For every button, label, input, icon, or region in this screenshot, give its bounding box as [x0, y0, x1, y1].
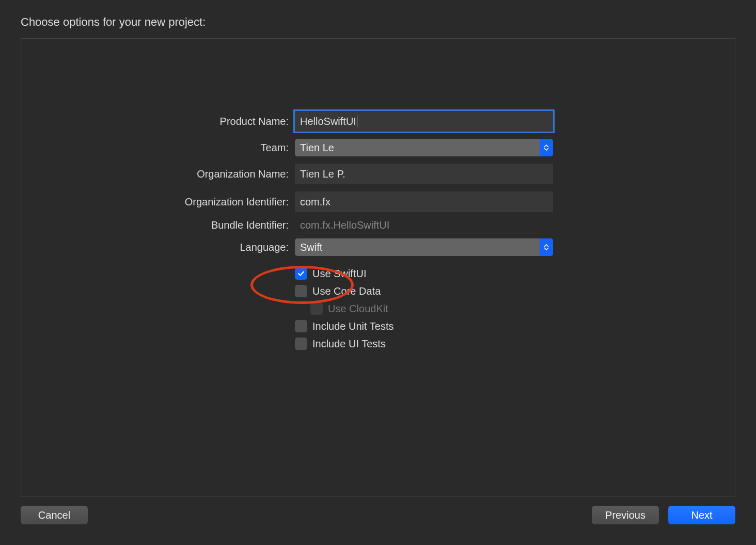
use-core-data-label: Use Core Data	[312, 285, 381, 297]
label-language: Language:	[52, 242, 295, 253]
use-cloudkit-label: Use CloudKit	[328, 303, 388, 315]
text-cursor-icon	[357, 116, 357, 127]
row-product-name: Product Name: HelloSwiftUI	[52, 111, 704, 132]
form-panel: Product Name: HelloSwiftUI Team: Tien Le…	[21, 38, 735, 496]
row-language: Language: Swift	[52, 238, 704, 256]
use-swiftui-label: Use SwiftUI	[312, 268, 366, 280]
label-org-name: Organization Name:	[52, 168, 295, 180]
row-use-cloudkit: Use CloudKit	[52, 302, 704, 315]
use-core-data-checkbox[interactable]	[295, 285, 307, 297]
language-select[interactable]: Swift	[295, 238, 553, 256]
use-cloudkit-checkbox	[310, 302, 323, 315]
next-button[interactable]: Next	[668, 506, 735, 524]
row-org-name: Organization Name:	[52, 164, 704, 184]
up-down-arrows-icon	[540, 238, 553, 256]
row-team: Team: Tien Le	[52, 139, 704, 156]
use-swiftui-checkbox[interactable]	[295, 267, 307, 280]
row-use-swiftui: Use SwiftUI	[52, 267, 704, 280]
product-name-input[interactable]: HelloSwiftUI	[295, 111, 553, 132]
label-org-identifier: Organization Identifier:	[52, 196, 295, 208]
label-product-name: Product Name:	[52, 116, 295, 127]
include-ui-tests-label: Include UI Tests	[312, 338, 386, 350]
row-include-ui-tests: Include UI Tests	[52, 338, 704, 350]
label-team: Team:	[52, 142, 295, 154]
include-unit-tests-checkbox[interactable]	[295, 320, 307, 332]
up-down-arrows-icon	[540, 139, 553, 156]
cancel-button[interactable]: Cancel	[21, 506, 88, 524]
bundle-identifier-value: com.fx.HelloSwiftUI	[295, 219, 389, 231]
row-org-identifier: Organization Identifier:	[52, 191, 704, 212]
team-select[interactable]: Tien Le	[295, 139, 553, 156]
new-project-options-dialog: Choose options for your new project: Pro…	[0, 0, 756, 545]
row-bundle-identifier: Bundle Identifier: com.fx.HelloSwiftUI	[52, 219, 704, 231]
dialog-title: Choose options for your new project:	[21, 15, 735, 29]
include-unit-tests-label: Include Unit Tests	[312, 320, 394, 332]
button-bar: Cancel Previous Next	[21, 506, 735, 524]
include-ui-tests-checkbox[interactable]	[295, 338, 307, 350]
org-name-input[interactable]	[295, 164, 553, 184]
row-use-core-data: Use Core Data	[52, 285, 704, 297]
label-bundle-identifier: Bundle Identifier:	[52, 219, 295, 231]
row-include-unit-tests: Include Unit Tests	[52, 320, 704, 332]
previous-button[interactable]: Previous	[592, 506, 659, 524]
org-identifier-input[interactable]	[295, 191, 553, 212]
